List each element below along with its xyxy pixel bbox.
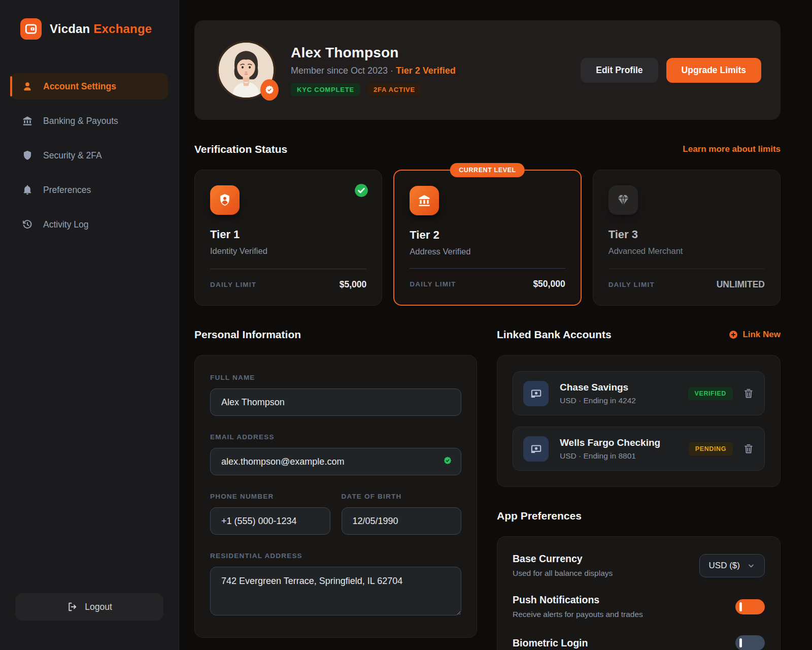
sidebar-item-label: Banking & Payouts — [43, 116, 118, 126]
prefs-section-head: App Preferences — [497, 509, 781, 523]
link-new-label: Link New — [742, 330, 781, 340]
daily-limit-label: DAILY LIMIT — [210, 281, 256, 288]
rosette-check-icon — [264, 85, 275, 95]
bank-account-name: Chase Savings — [560, 382, 636, 393]
bell-icon — [22, 184, 33, 196]
bank-icon — [22, 115, 33, 126]
address-group: RESIDENTIAL ADDRESS 742 Evergreen Terrac… — [210, 552, 461, 618]
bank-account-name: Wells Fargo Checking — [560, 437, 660, 448]
full-name-input[interactable] — [210, 388, 461, 416]
address-label: RESIDENTIAL ADDRESS — [210, 552, 461, 560]
tier-3-icon-box — [608, 185, 638, 215]
link-new-button[interactable]: Link New — [729, 330, 781, 340]
base-currency-text: Base Currency Used for all balance displ… — [513, 553, 613, 578]
content-columns: Personal Information FULL NAME EMAIL ADD… — [194, 328, 781, 650]
bank-account-info: Chase Savings USD · Ending in 4242 — [560, 382, 636, 405]
avatar-verified-badge — [260, 79, 279, 101]
brand-logo-icon — [20, 18, 42, 40]
address-textarea[interactable]: 742 Evergreen Terrace, Springfield, IL 6… — [210, 567, 461, 615]
email-verified-icon — [443, 456, 452, 467]
upgrade-limits-button[interactable]: Upgrade Limits — [666, 58, 761, 83]
profile-header-card: Alex Thompson Member since Oct 2023 · Ti… — [194, 20, 781, 120]
dob-input[interactable] — [342, 507, 462, 535]
tier-status-text: Tier 2 Verified — [396, 66, 456, 76]
daily-limit-value: $50,000 — [533, 279, 565, 289]
dob-label: DATE OF BIRTH — [342, 493, 462, 500]
sidebar-item-banking-payouts[interactable]: Banking & Payouts — [11, 108, 168, 134]
tier-limit-row: DAILY LIMIT $5,000 — [210, 269, 366, 290]
full-name-label: FULL NAME — [210, 374, 461, 381]
bank-account-detail: USD · Ending in 8801 — [560, 451, 660, 461]
biometric-login-toggle[interactable] — [735, 635, 765, 650]
delete-bank-account-button[interactable] — [743, 443, 754, 454]
avatar — [217, 41, 276, 100]
learn-more-link[interactable]: Learn more about limits — [683, 144, 781, 154]
bank-status-badge: PENDING — [689, 442, 733, 456]
tier-2-icon-box — [410, 186, 439, 215]
tier-name: Tier 3 — [608, 228, 765, 241]
full-name-group: FULL NAME — [210, 374, 461, 416]
member-since-text: Member since Oct 2023 · — [291, 66, 393, 76]
tier-subtitle: Identity Verified — [210, 246, 366, 256]
bank-account-actions: VERIFIED — [688, 387, 754, 400]
push-notifications-row: Push Notifications Receive alerts for pa… — [513, 594, 765, 619]
bank-account-icon-box — [523, 436, 549, 462]
personal-column: Personal Information FULL NAME EMAIL ADD… — [194, 328, 477, 650]
tier-limit-row: DAILY LIMIT UNLIMITED — [608, 269, 765, 290]
logout-label: Logout — [85, 602, 112, 612]
sidebar-item-label: Activity Log — [43, 219, 88, 230]
bank-accounts-card: Chase Savings USD · Ending in 4242 VERIF… — [497, 355, 781, 487]
2fa-status-badge: 2FA ACTIVE — [367, 83, 421, 96]
email-group: EMAIL ADDRESS — [210, 433, 461, 475]
sidebar: Vicdan Exchange Account Settings Banking… — [0, 0, 179, 650]
tier-name: Tier 1 — [210, 228, 366, 241]
verification-title: Verification Status — [194, 143, 287, 155]
bank-account-info: Wells Fargo Checking USD · Ending in 880… — [560, 437, 660, 461]
personal-info-card: FULL NAME EMAIL ADDRESS — [194, 355, 477, 638]
tier-3-card[interactable]: Tier 3 Advanced Merchant DAILY LIMIT UNL… — [593, 170, 781, 306]
trash-icon — [743, 388, 754, 399]
sidebar-item-activity-log[interactable]: Activity Log — [11, 211, 168, 238]
current-level-badge: CURRENT LEVEL — [450, 163, 525, 177]
personal-title: Personal Information — [194, 329, 301, 341]
tier-1-complete-check — [354, 183, 368, 200]
bank-accounts-title: Linked Bank Accounts — [497, 329, 612, 341]
bank-account-actions: PENDING — [689, 442, 754, 456]
biometric-login-row: Biometric Login — [513, 635, 765, 650]
edit-profile-button[interactable]: Edit Profile — [581, 58, 658, 83]
check-circle-icon — [354, 183, 368, 198]
profile-name: Alex Thompson — [291, 45, 456, 61]
app-preferences-card: Base Currency Used for all balance displ… — [497, 536, 781, 650]
tier-limit-row: DAILY LIMIT $50,000 — [410, 268, 565, 289]
kyc-status-badge: KYC COMPLETE — [291, 83, 360, 96]
bank-account-detail: USD · Ending in 4242 — [560, 396, 636, 405]
tier-subtitle: Address Verified — [410, 247, 565, 256]
trash-icon — [743, 443, 754, 454]
email-input[interactable] — [210, 448, 461, 475]
personal-section-head: Personal Information — [194, 328, 477, 341]
push-notifications-text: Push Notifications Receive alerts for pa… — [513, 594, 643, 619]
bank-section-head: Linked Bank Accounts Link New — [497, 328, 781, 341]
tier-1-card[interactable]: Tier 1 Identity Verified DAILY LIMIT $5,… — [194, 170, 382, 306]
history-icon — [22, 219, 33, 230]
pref-name: Biometric Login — [513, 637, 588, 649]
tier-name: Tier 2 — [410, 229, 565, 242]
sidebar-item-label: Security & 2FA — [43, 150, 102, 161]
tier-1-icon-box — [210, 185, 240, 215]
sidebar-item-preferences[interactable]: Preferences — [11, 177, 168, 203]
base-currency-select[interactable]: USD ($) — [699, 554, 765, 577]
sidebar-item-account-settings[interactable]: Account Settings — [11, 73, 168, 100]
logout-button[interactable]: Logout — [15, 593, 163, 621]
bank-account-row[interactable]: Chase Savings USD · Ending in 4242 VERIF… — [513, 371, 765, 415]
bank-account-row[interactable]: Wells Fargo Checking USD · Ending in 880… — [513, 427, 765, 471]
push-notifications-toggle[interactable] — [735, 599, 765, 614]
delete-bank-account-button[interactable] — [743, 388, 754, 399]
tier-cards: Tier 1 Identity Verified DAILY LIMIT $5,… — [194, 170, 781, 306]
verified-check-icon — [443, 456, 452, 465]
tier-2-card[interactable]: CURRENT LEVEL Tier 2 Address Verified DA… — [393, 170, 581, 306]
phone-input[interactable] — [210, 507, 330, 535]
banknote-icon — [529, 387, 543, 400]
sidebar-item-security-2fa[interactable]: Security & 2FA — [11, 142, 168, 169]
tier-subtitle: Advanced Merchant — [608, 246, 765, 256]
banknote-icon — [529, 442, 543, 456]
